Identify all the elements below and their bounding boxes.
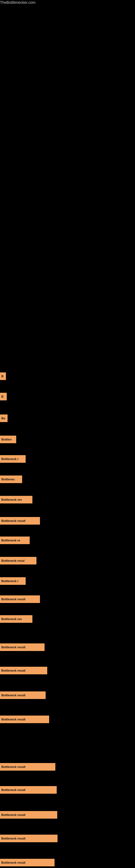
bottleneck-bar-19: Bottleneck result — [0, 811, 57, 818]
bottleneck-bar-1: B — [0, 393, 7, 400]
bottleneck-bar-3: Bottlen — [0, 436, 16, 443]
bottleneck-bar-8: Bottleneck re — [0, 536, 30, 544]
bottleneck-bar-10: Bottleneck r — [0, 577, 26, 585]
bottleneck-bar-9: Bottleneck resul — [0, 557, 37, 564]
bottleneck-bar-13: Bottleneck result — [0, 643, 45, 651]
bars-section: BBBoBottlenBottleneck rBottlenecBottlene… — [0, 5, 135, 868]
bottleneck-bar-4: Bottleneck r — [0, 455, 26, 463]
bottleneck-bar-15: Bottleneck result — [0, 691, 46, 699]
bottleneck-bar-20: Bottleneck result — [0, 835, 57, 842]
bottleneck-bar-5: Bottlenec — [0, 475, 22, 483]
bottleneck-bar-7: Bottleneck result — [0, 517, 40, 525]
bottleneck-bar-14: Bottleneck result — [0, 667, 47, 674]
bottleneck-bar-17: Bottleneck result — [0, 763, 55, 771]
bottleneck-bar-16: Bottleneck result — [0, 716, 49, 723]
bottleneck-bar-12: Bottleneck res — [0, 615, 32, 623]
bottleneck-bar-0: B — [0, 372, 6, 380]
site-title-bar: TheBottlenecker.com — [0, 0, 135, 5]
bottleneck-bar-6: Bottleneck res — [0, 496, 32, 503]
bottleneck-bar-21: Bottleneck result — [0, 859, 54, 866]
bottleneck-bar-18: Bottleneck result — [0, 786, 57, 794]
page-wrapper: BBBoBottlenBottleneck rBottlenecBottlene… — [0, 5, 135, 868]
bottleneck-bar-11: Bottleneck result — [0, 595, 40, 603]
bottleneck-bar-2: Bo — [0, 414, 8, 422]
